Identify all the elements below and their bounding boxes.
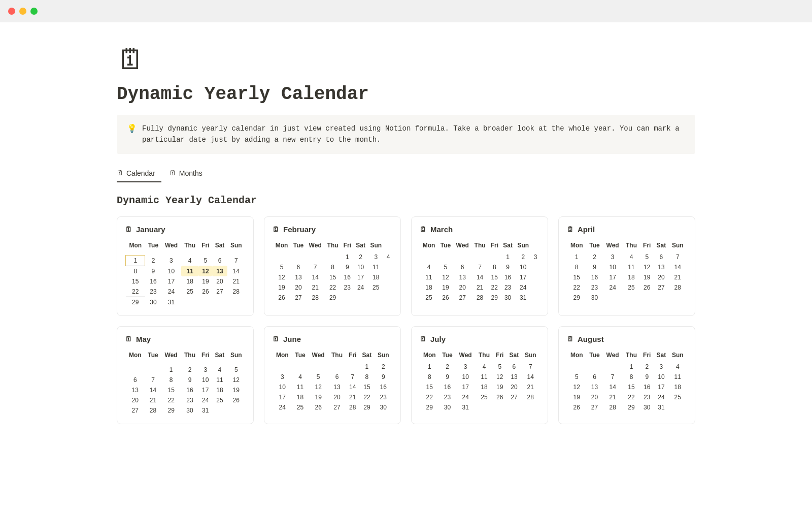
- calendar-cell[interactable]: 2: [181, 365, 198, 375]
- calendar-cell[interactable]: 4: [181, 255, 198, 266]
- calendar-cell[interactable]: 15: [161, 385, 181, 395]
- calendar-cell[interactable]: 3: [367, 252, 384, 262]
- calendar-cell[interactable]: 21: [346, 392, 359, 402]
- calendar-cell[interactable]: 1: [161, 365, 181, 375]
- calendar-cell[interactable]: 25: [623, 282, 640, 293]
- calendar-cell[interactable]: 18: [181, 276, 198, 287]
- calendar-cell[interactable]: 30: [181, 405, 198, 416]
- calendar-cell[interactable]: 23: [341, 282, 354, 293]
- calendar-cell[interactable]: 19: [227, 385, 246, 395]
- calendar-cell[interactable]: 29: [567, 293, 587, 303]
- calendar-cell[interactable]: 6: [453, 262, 472, 272]
- calendar-cell[interactable]: 18: [476, 382, 493, 392]
- calendar-cell[interactable]: 27: [587, 402, 603, 412]
- calendar-cell[interactable]: 1: [420, 362, 439, 372]
- calendar-cell[interactable]: 24: [354, 282, 367, 293]
- calendar-cell[interactable]: 26: [493, 392, 506, 402]
- calendar-cell[interactable]: 1: [501, 252, 515, 262]
- calendar-cell[interactable]: 17: [456, 382, 476, 392]
- maximize-button[interactable]: [30, 8, 38, 15]
- calendar-cell[interactable]: 23: [439, 392, 456, 402]
- calendar-cell[interactable]: 23: [501, 282, 515, 293]
- calendar-cell[interactable]: 23: [181, 395, 198, 405]
- calendar-cell[interactable]: 31: [161, 297, 181, 307]
- calendar-cell[interactable]: 6: [587, 372, 603, 382]
- calendar-cell[interactable]: 30: [145, 297, 161, 307]
- calendar-cell[interactable]: 15: [488, 272, 501, 282]
- calendar-cell[interactable]: 26: [227, 395, 246, 405]
- calendar-cell[interactable]: 11: [212, 375, 227, 385]
- calendar-cell[interactable]: 22: [567, 282, 587, 293]
- calendar-cell[interactable]: 26: [198, 287, 212, 297]
- calendar-cell[interactable]: 19: [309, 392, 328, 402]
- calendar-cell[interactable]: 20: [654, 272, 668, 282]
- calendar-cell[interactable]: 17: [354, 272, 367, 282]
- calendar-cell[interactable]: 28: [346, 402, 359, 412]
- calendar-cell[interactable]: 3: [531, 252, 539, 262]
- calendar-cell[interactable]: 14: [306, 272, 325, 282]
- calendar-cell[interactable]: 16: [375, 382, 393, 392]
- calendar-cell[interactable]: 6: [291, 262, 306, 272]
- calendar-cell[interactable]: 19: [438, 282, 453, 293]
- calendar-cell[interactable]: 4: [476, 362, 493, 372]
- calendar-cell[interactable]: 24: [515, 282, 531, 293]
- calendar-cell[interactable]: 6: [328, 372, 346, 382]
- calendar-cell[interactable]: 25: [212, 395, 227, 405]
- calendar-cell[interactable]: 16: [439, 382, 456, 392]
- calendar-cell[interactable]: 3: [198, 365, 212, 375]
- calendar-cell[interactable]: 14: [145, 385, 161, 395]
- calendar-cell[interactable]: 9: [587, 262, 603, 272]
- calendar-cell[interactable]: 30: [640, 402, 654, 412]
- calendar-cell[interactable]: 27: [125, 405, 145, 416]
- calendar-cell[interactable]: 30: [439, 402, 456, 412]
- calendar-cell[interactable]: 25: [181, 287, 198, 297]
- calendar-cell[interactable]: 18: [669, 382, 687, 392]
- calendar-cell[interactable]: 24: [198, 395, 212, 405]
- calendar-cell[interactable]: 27: [654, 282, 668, 293]
- calendar-cell[interactable]: 14: [603, 382, 623, 392]
- calendar-cell[interactable]: 28: [472, 293, 488, 303]
- calendar-cell[interactable]: 6: [125, 375, 145, 385]
- calendar-cell[interactable]: 23: [375, 392, 393, 402]
- calendar-cell[interactable]: 22: [359, 392, 374, 402]
- calendar-cell[interactable]: 21: [472, 282, 488, 293]
- calendar-cell[interactable]: 28: [145, 405, 161, 416]
- calendar-cell[interactable]: 7: [669, 252, 687, 262]
- calendar-cell[interactable]: 19: [567, 392, 587, 402]
- calendar-cell[interactable]: 19: [273, 282, 291, 293]
- calendar-cell[interactable]: 2: [375, 362, 393, 372]
- calendar-cell[interactable]: 9: [181, 375, 198, 385]
- calendar-cell[interactable]: 20: [125, 395, 145, 405]
- calendar-cell[interactable]: 25: [669, 392, 687, 402]
- calendar-cell[interactable]: 14: [227, 266, 245, 276]
- calendar-cell[interactable]: 8: [488, 262, 501, 272]
- calendar-cell[interactable]: 21: [306, 282, 325, 293]
- calendar-cell[interactable]: 14: [472, 272, 488, 282]
- calendar-cell[interactable]: 18: [212, 385, 227, 395]
- calendar-cell[interactable]: 10: [603, 262, 623, 272]
- calendar-cell[interactable]: 29: [623, 402, 640, 412]
- calendar-cell[interactable]: 24: [456, 392, 476, 402]
- calendar-cell[interactable]: 28: [306, 293, 325, 303]
- calendar-cell[interactable]: 5: [438, 262, 453, 272]
- calendar-cell[interactable]: 17: [273, 392, 292, 402]
- calendar-cell[interactable]: 15: [359, 382, 374, 392]
- calendar-cell[interactable]: 6: [212, 255, 227, 266]
- calendar-cell[interactable]: 24: [654, 392, 668, 402]
- calendar-cell[interactable]: 22: [126, 287, 145, 297]
- calendar-cell[interactable]: 22: [488, 282, 501, 293]
- calendar-cell[interactable]: 13: [506, 372, 521, 382]
- calendar-cell[interactable]: 20: [212, 276, 227, 287]
- calendar-cell[interactable]: 5: [227, 365, 246, 375]
- calendar-cell[interactable]: 17: [654, 382, 668, 392]
- calendar-cell[interactable]: 27: [212, 287, 227, 297]
- calendar-cell[interactable]: 7: [227, 255, 245, 266]
- calendar-cell[interactable]: 29: [420, 402, 439, 412]
- calendar-cell[interactable]: 15: [126, 276, 145, 287]
- calendar-cell[interactable]: 13: [328, 382, 346, 392]
- calendar-cell[interactable]: 12: [567, 382, 587, 392]
- calendar-cell[interactable]: 19: [493, 382, 506, 392]
- calendar-cell[interactable]: 10: [273, 382, 292, 392]
- calendar-cell[interactable]: 15: [623, 382, 640, 392]
- calendar-cell[interactable]: 23: [587, 282, 603, 293]
